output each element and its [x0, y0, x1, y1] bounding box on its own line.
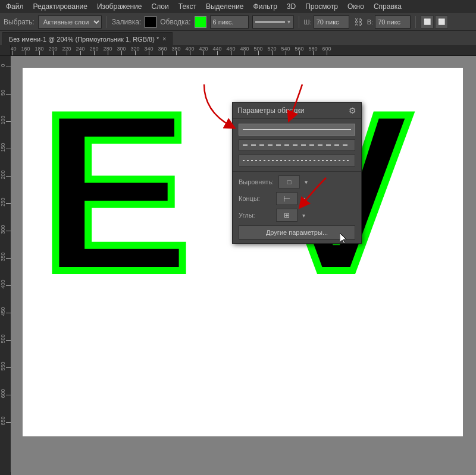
line-dashed-preview	[243, 144, 351, 146]
height-group: В:	[367, 15, 411, 29]
select-label: Выбрать:	[4, 18, 35, 26]
menubar: Файл Редактирование Изображение Слои Тек…	[0, 0, 476, 13]
line-dotted-preview	[243, 160, 351, 161]
align-left-btn[interactable]: ⬜	[421, 15, 434, 29]
menu-image[interactable]: Изображение	[93, 1, 146, 12]
menu-filter[interactable]: Фильтр	[250, 1, 281, 12]
align-icons: ⬜ ⬜	[421, 15, 448, 29]
ruler-corner	[0, 45, 11, 56]
height-input[interactable]	[375, 15, 411, 29]
link-icon[interactable]: ⛓	[353, 17, 364, 27]
other-params-label: Другие параметры...	[266, 229, 328, 236]
align-label: Выровнять:	[239, 178, 274, 185]
line-solid-preview	[243, 129, 351, 130]
align-row: Выровнять: □ ▾	[239, 175, 355, 188]
divider-3	[415, 16, 416, 28]
menu-view[interactable]: Просмотр	[302, 1, 342, 12]
divider-1	[107, 16, 107, 28]
width-group: Ш:	[304, 15, 349, 29]
popup-lines	[233, 119, 361, 171]
fill-color-box[interactable]	[145, 16, 156, 28]
stroke-style-dropdown[interactable]: ▾	[252, 15, 294, 29]
menu-window[interactable]: Окно	[344, 1, 368, 12]
align-center-btn[interactable]: ⬜	[435, 15, 448, 29]
menu-text[interactable]: Текст	[175, 1, 200, 12]
line-solid-option[interactable]	[239, 124, 355, 136]
line-dotted-option[interactable]	[239, 155, 355, 166]
ends-row: Концы: ⊢ ▾	[239, 192, 355, 205]
corners-row: Углы: ⊞ ▾	[239, 209, 355, 222]
toolbar: Выбрать: Активные слои Заливка: Обводка:…	[0, 13, 476, 31]
tab-title: Без имени-1 @ 204% (Прямоугольник 1, RGB…	[9, 36, 159, 43]
menu-select[interactable]: Выделение	[202, 1, 248, 12]
align-dropdown-arrow[interactable]: ▾	[305, 179, 308, 185]
tabbar: Без имени-1 @ 204% (Прямоугольник 1, RGB…	[0, 31, 476, 45]
menu-3d[interactable]: 3D	[283, 1, 299, 12]
width-input[interactable]	[314, 15, 349, 29]
ends-label: Концы:	[239, 195, 271, 202]
ruler-horizontal	[0, 45, 476, 56]
width-label: Ш:	[304, 18, 312, 26]
ruler-vertical	[0, 56, 11, 475]
canvas-area-wrapper: E V Параметры обводки ⚙	[0, 56, 476, 475]
line-dashed-option[interactable]	[239, 139, 355, 151]
corners-dropdown-arrow[interactable]: ▾	[302, 212, 305, 219]
canvas-wrapper: E V Параметры обводки ⚙	[11, 56, 476, 475]
ruler-ticks-h	[11, 45, 476, 56]
divider-2	[299, 16, 299, 28]
stroke-color-box[interactable]	[195, 16, 206, 28]
popup-gear-btn[interactable]: ⚙	[349, 106, 356, 115]
tab-close-btn[interactable]: ×	[162, 36, 166, 42]
ruler-canvas-h	[11, 45, 476, 56]
layers-select[interactable]: Активные слои	[38, 15, 102, 29]
popup-title: Параметры обводки	[237, 106, 304, 115]
ends-dropdown-arrow[interactable]: ▾	[302, 196, 305, 202]
other-params-btn[interactable]: Другие параметры...	[239, 225, 355, 240]
align-select[interactable]: □	[278, 175, 300, 188]
popup-options: Выровнять: □ ▾ Концы: ⊢ ▾ Углы: ⊞ ▾ Друг…	[233, 171, 361, 243]
stroke-popup: Параметры обводки ⚙ Выровнять: □ ▾	[232, 102, 362, 244]
height-label: В:	[367, 18, 373, 26]
fill-label: Заливка:	[112, 18, 142, 26]
corners-label: Углы:	[239, 212, 271, 219]
menu-help[interactable]: Справка	[370, 1, 405, 12]
stroke-label: Обводка:	[160, 18, 190, 26]
stroke-line-preview	[255, 21, 285, 23]
menu-edit[interactable]: Редактирование	[30, 1, 91, 12]
menu-file[interactable]: Файл	[2, 1, 27, 12]
menu-layers[interactable]: Слои	[148, 1, 173, 12]
document-tab[interactable]: Без имени-1 @ 204% (Прямоугольник 1, RGB…	[2, 32, 173, 45]
letter-e: E	[40, 80, 191, 306]
corners-select[interactable]: ⊞	[276, 209, 298, 222]
ruler-canvas-v	[0, 56, 11, 472]
popup-header: Параметры обводки ⚙	[233, 103, 361, 119]
ends-select[interactable]: ⊢	[276, 192, 298, 205]
stroke-size-input[interactable]	[210, 15, 249, 29]
